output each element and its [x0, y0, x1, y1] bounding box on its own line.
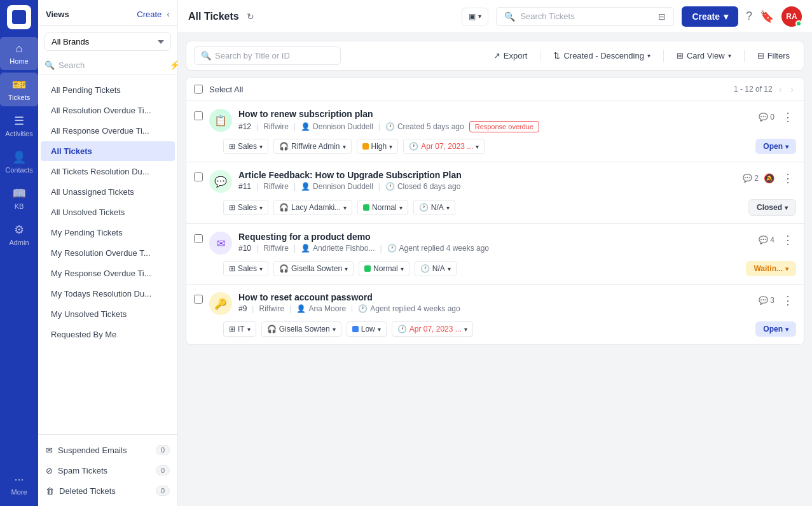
- nav-item-admin[interactable]: ⚙ Admin: [0, 218, 38, 251]
- sidebar-item-requested[interactable]: Requested By Me: [41, 325, 175, 344]
- ticket-more-button-2[interactable]: ⋮: [780, 170, 796, 186]
- prev-page-button[interactable]: ‹: [776, 83, 785, 95]
- ticket-time-meta-1: 🕐 Created 5 days ago: [385, 122, 464, 131]
- ticket-tag-3[interactable]: ⊞ Sales ▾: [223, 261, 268, 276]
- sort-button[interactable]: ⇅ Created - Descending ▾: [547, 47, 656, 64]
- ticket-due-btn-4[interactable]: 🕐 Apr 07, 2023 ... ▾: [392, 321, 473, 337]
- sidebar-bottom-suspended[interactable]: ✉ Suspended Emails 0: [38, 440, 177, 460]
- ticket-checkbox-4[interactable]: [194, 295, 203, 304]
- ticket-id-2: #11: [238, 182, 251, 191]
- ticket-priority-btn-3[interactable]: Normal ▾: [359, 261, 409, 276]
- sidebar-item-all-response[interactable]: All Response Overdue Ti...: [41, 121, 175, 141]
- nav-item-activities[interactable]: ☰ Activities: [0, 109, 38, 143]
- ticket-icon-2: 💬: [209, 170, 232, 193]
- ticket-due-btn-2[interactable]: 🕐 N/A ▾: [413, 200, 455, 215]
- tag-label-2: Sales: [238, 203, 257, 212]
- comment-icon-4: 💬: [759, 296, 768, 305]
- next-page-button[interactable]: ›: [788, 83, 796, 95]
- search-type-button[interactable]: ▣ ▾: [462, 8, 488, 25]
- spam-icon: ⊘: [46, 466, 53, 475]
- ticket-due-btn-3[interactable]: 🕐 N/A ▾: [415, 261, 457, 276]
- ticket-more-button-4[interactable]: ⋮: [780, 292, 796, 309]
- sidebar-search-container: 🔍 ⚡: [38, 56, 177, 74]
- contacts-icon: 👤: [12, 150, 26, 164]
- sidebar-item-all-pending[interactable]: All Pending Tickets: [41, 80, 175, 100]
- global-search-input[interactable]: [520, 11, 653, 21]
- avatar-initials: RA: [786, 12, 797, 21]
- ticket-search-input[interactable]: [215, 51, 334, 60]
- ticket-title-2[interactable]: Article Feedback: How to Upgrade Subscri…: [238, 170, 736, 180]
- sidebar-item-all-tickets[interactable]: All Tickets: [41, 141, 175, 161]
- nav-item-more[interactable]: ··· More: [0, 468, 38, 501]
- ticket-tag-1[interactable]: ⊞ Sales ▾: [223, 139, 268, 154]
- admin-icon: ⚙: [14, 223, 24, 237]
- ticket-due-btn-1[interactable]: 🕐 Apr 07, 2023 ... ▾: [403, 139, 485, 154]
- ticket-status-btn-3[interactable]: Waitin... ▾: [746, 261, 796, 276]
- ticket-title-4[interactable]: How to reset account password: [238, 292, 752, 302]
- sidebar-item-all-unsolved[interactable]: All Unsolved Tickets: [41, 202, 175, 222]
- ticket-checkbox-2[interactable]: [194, 172, 203, 181]
- sidebar-item-all-tickets-res[interactable]: All Tickets Resolution Du...: [41, 162, 175, 181]
- ticket-agent-btn-2[interactable]: 🎧 Lacy Adamki... ▾: [273, 200, 352, 215]
- nav-item-home[interactable]: ⌂ Home: [0, 37, 38, 70]
- ticket-status-btn-1[interactable]: Open ▾: [755, 139, 796, 154]
- agent-label-2: Lacy Adamki...: [291, 203, 341, 212]
- ticket-time-2: Closed 6 days ago: [397, 182, 460, 191]
- user-avatar[interactable]: RA: [781, 6, 802, 27]
- ticket-title-1[interactable]: How to renew subscription plan: [238, 109, 752, 119]
- sidebar-bottom-deleted[interactable]: 🗑 Deleted Tickets 0: [38, 481, 177, 501]
- help-button[interactable]: ?: [746, 10, 752, 23]
- sidebar-item-my-response[interactable]: My Response Overdue Ti...: [41, 264, 175, 283]
- ticket-priority-btn-4[interactable]: Low ▾: [347, 321, 387, 337]
- export-label: Export: [504, 51, 528, 60]
- nav-item-tickets[interactable]: 🎫 Tickets: [0, 73, 38, 106]
- nav-item-kb[interactable]: 📖 KB: [0, 181, 38, 215]
- ticket-agent-btn-4[interactable]: 🎧 Gisella Sowten ▾: [261, 321, 341, 337]
- sidebar-item-my-resolution[interactable]: My Resolution Overdue T...: [41, 243, 175, 263]
- ticket-tag-2[interactable]: ⊞ Sales ▾: [223, 200, 268, 215]
- suspended-label: Suspended Emails: [58, 446, 127, 455]
- ticket-more-button-3[interactable]: ⋮: [780, 232, 796, 248]
- ticket-more-button-1[interactable]: ⋮: [780, 109, 796, 125]
- sidebar-item-all-unassigned[interactable]: All Unassigned Tickets: [41, 182, 175, 202]
- sidebar-title: Views: [46, 10, 69, 19]
- nav-label-more: More: [11, 488, 27, 496]
- filter-icon[interactable]: ⚡: [169, 60, 178, 70]
- ticket-info-1: How to renew subscription plan #12 | Rif…: [238, 109, 752, 132]
- sidebar-item-my-todays[interactable]: My Todays Resolution Du...: [41, 284, 175, 304]
- ticket-tag-4[interactable]: ⊞ IT ▾: [223, 321, 256, 337]
- create-button[interactable]: Create ▾: [682, 6, 738, 27]
- sidebar-item-my-pending[interactable]: My Pending Tickets: [41, 223, 175, 242]
- export-button[interactable]: ↗ Export: [487, 47, 534, 64]
- search-filter-icon[interactable]: ⊟: [658, 11, 666, 22]
- view-button[interactable]: ⊞ Card View ▾: [670, 47, 738, 64]
- ticket-title-3[interactable]: Requesting for a product demo: [238, 232, 752, 242]
- brands-dropdown[interactable]: All Brands: [45, 32, 171, 51]
- headset-icon-1: 🎧: [279, 142, 289, 151]
- ticket-agent-btn-1[interactable]: 🎧 Riffwire Admin ▾: [273, 139, 351, 154]
- sidebar-search-input[interactable]: [58, 60, 165, 70]
- sidebar-item-all-resolution[interactable]: All Resolution Overdue Ti...: [41, 101, 175, 120]
- ticket-status-btn-4[interactable]: Open ▾: [755, 321, 796, 337]
- filters-button[interactable]: ⊟ Filters: [751, 47, 796, 64]
- priority-dot-3: [364, 265, 371, 272]
- due-date-2: N/A: [431, 203, 444, 212]
- sidebar-create-link[interactable]: Create: [137, 10, 162, 19]
- ticket-checkbox-1[interactable]: [194, 111, 203, 120]
- sidebar-bottom-spam[interactable]: ⊘ Spam Tickets 0: [38, 460, 177, 481]
- ticket-checkbox-3[interactable]: [194, 234, 203, 243]
- collapse-button[interactable]: ‹: [167, 9, 170, 19]
- refresh-button[interactable]: ↻: [247, 11, 254, 22]
- ticket-agent-btn-3[interactable]: 🎧 Gisella Sowten ▾: [273, 261, 354, 276]
- status-chevron-4: ▾: [785, 326, 788, 333]
- priority-chevron-2: ▾: [399, 204, 403, 211]
- ticket-row-top-4: 🔑 How to reset account password #9 | Rif…: [186, 285, 804, 318]
- select-all-checkbox[interactable]: [194, 85, 203, 94]
- pagination: 1 - 12 of 12 ‹ ›: [734, 83, 796, 95]
- ticket-priority-btn-1[interactable]: High ▾: [357, 139, 399, 154]
- ticket-priority-btn-2[interactable]: Normal ▾: [357, 200, 408, 215]
- ticket-status-btn-2[interactable]: Closed ▾: [748, 199, 796, 216]
- bookmark-button[interactable]: 🔖: [760, 10, 774, 24]
- nav-item-contacts[interactable]: 👤 Contacts: [0, 145, 38, 179]
- sidebar-item-my-unsolved[interactable]: My Unsolved Tickets: [41, 304, 175, 324]
